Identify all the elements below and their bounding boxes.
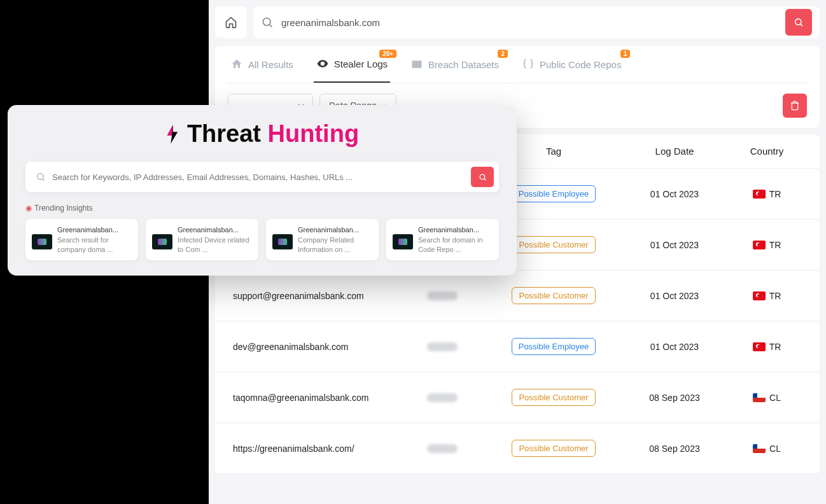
cell-identifier: taqomna@greenanimalsbank.com [233, 393, 395, 403]
table-row[interactable]: support@greenanimalsbank.com Possible Cu… [215, 270, 820, 321]
title-accent: Hunting [268, 120, 360, 147]
table-row[interactable]: dev@greenanimalsbank.com Possible Employ… [215, 321, 820, 372]
svg-point-1 [795, 19, 801, 25]
overlay-search-input[interactable] [52, 172, 465, 182]
home-icon [225, 16, 237, 29]
top-bar [215, 6, 820, 38]
home-icon [230, 58, 243, 71]
search-icon [36, 172, 46, 182]
threat-hunting-overlay: Threat Hunting ◉ Trending Insights Green… [8, 105, 517, 276]
svg-point-0 [263, 18, 270, 25]
cell-logdate: 01 Oct 2023 [617, 342, 732, 352]
country-code: TR [769, 291, 781, 301]
th-country: Country [732, 146, 802, 157]
card-text: Greenanimalsban... Search result for com… [57, 225, 132, 254]
country-code: TR [769, 189, 781, 199]
trash-icon [790, 101, 800, 111]
card-text: Greenanimalsban... Company Related Infor… [298, 225, 372, 254]
flag-icon [753, 444, 766, 453]
tag-badge: Possible Customer [512, 236, 595, 253]
th-logdate: Log Date [617, 146, 732, 157]
tab-label: Stealer Logs [334, 59, 388, 69]
cell-logdate: 08 Sep 2023 [617, 393, 732, 403]
card-title: Greenanimalsban... [57, 225, 132, 234]
flag-icon [753, 393, 766, 402]
country-code: TR [769, 240, 781, 250]
tab-public-code-repos[interactable]: Public Code Repos 1 [519, 46, 624, 83]
blurred-value [427, 444, 458, 453]
cell-tag: Possible Customer [490, 287, 617, 304]
blurred-value [427, 342, 458, 351]
cell-country: CL [732, 393, 802, 403]
tab-breach-datasets[interactable]: Breach Datasets 2 [408, 46, 501, 83]
card-title: Greenanimalsban... [298, 225, 372, 234]
tab-label: Breach Datasets [428, 59, 499, 70]
bolt-icon [165, 125, 179, 144]
trending-card[interactable]: Greenanimalsban... Search for domain in … [386, 219, 499, 260]
card-title: Greenanimalsban... [178, 225, 252, 234]
overlay-title: Threat Hunting [25, 120, 499, 148]
cell-redacted [395, 393, 490, 402]
card-thumbnail [272, 234, 293, 249]
tab-label: Public Code Repos [540, 59, 621, 70]
home-button[interactable] [215, 6, 247, 38]
svg-point-2 [321, 62, 323, 64]
play-icon: ◉ [25, 204, 32, 213]
tab-all-results[interactable]: All Results [228, 46, 296, 83]
cell-identifier: support@greenanimalsbank.com [233, 291, 395, 301]
flag-icon [753, 241, 766, 249]
country-code: CL [769, 444, 781, 454]
cell-country: CL [732, 444, 802, 454]
eye-icon [316, 57, 329, 70]
card-subtitle: Search result for company doma ... [57, 235, 132, 254]
cell-logdate: 08 Sep 2023 [617, 444, 732, 454]
overlay-search-bar [25, 162, 499, 192]
code-icon [522, 58, 535, 71]
search-icon [261, 16, 274, 29]
tab-stealer-logs[interactable]: Stealer Logs 20+ [314, 46, 390, 83]
cell-country: TR [732, 189, 802, 199]
search-icon [794, 17, 804, 27]
cell-logdate: 01 Oct 2023 [617, 240, 732, 250]
cell-identifier: dev@greenanimalsbank.com [233, 342, 395, 352]
trending-card[interactable]: Greenanimalsban... Infected Device relat… [146, 219, 258, 260]
main-search-button[interactable] [785, 9, 812, 36]
trending-card[interactable]: Greenanimalsban... Company Related Infor… [266, 219, 379, 260]
cell-country: TR [732, 240, 802, 250]
tab-badge: 1 [620, 50, 631, 58]
svg-point-3 [38, 174, 43, 179]
card-subtitle: Search for domain in Code Repo ... [418, 235, 493, 254]
blurred-value [427, 393, 458, 402]
tag-badge: Possible Customer [512, 389, 595, 406]
cell-tag: Possible Customer [490, 389, 617, 406]
flag-icon [753, 342, 766, 351]
card-subtitle: Infected Device related to Com ... [178, 235, 252, 254]
card-title: Greenanimalsban... [418, 225, 493, 234]
search-icon [479, 173, 487, 181]
cell-identifier: https://greenanimalsbank.com/ [233, 444, 395, 454]
cell-country: TR [732, 291, 802, 301]
overlay-search-button[interactable] [471, 167, 494, 187]
country-code: TR [769, 342, 781, 352]
blurred-value [427, 291, 458, 300]
tab-label: All Results [248, 59, 293, 70]
cell-redacted [395, 291, 490, 300]
cell-logdate: 01 Oct 2023 [617, 291, 732, 301]
flag-icon [753, 190, 766, 199]
table-row[interactable]: https://greenanimalsbank.com/ Possible C… [215, 423, 820, 474]
cell-redacted [395, 342, 490, 351]
trending-card[interactable]: Greenanimalsban... Search result for com… [25, 219, 138, 260]
svg-point-4 [480, 174, 485, 179]
main-search-input[interactable] [281, 17, 778, 28]
table-row[interactable]: taqomna@greenanimalsbank.com Possible Cu… [215, 372, 820, 423]
mail-icon [410, 58, 423, 71]
cell-country: TR [732, 342, 802, 352]
card-thumbnail [152, 234, 172, 249]
card-subtitle: Company Related Information on ... [298, 235, 372, 254]
tab-badge: 20+ [379, 50, 396, 58]
card-thumbnail [393, 234, 413, 249]
tag-badge: Possible Employee [512, 185, 596, 202]
clear-filters-button[interactable] [783, 94, 807, 118]
trending-cards-row: Greenanimalsban... Search result for com… [25, 219, 499, 260]
tag-badge: Possible Customer [512, 440, 595, 457]
